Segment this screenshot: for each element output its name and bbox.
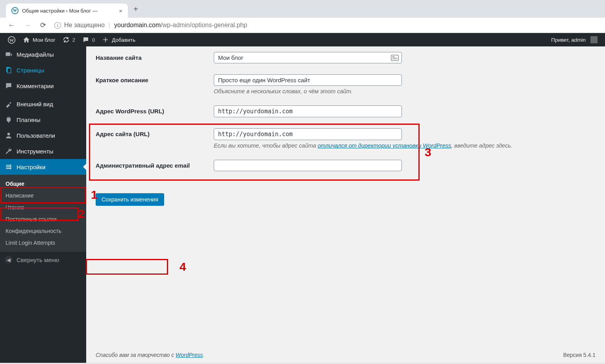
appearance-icon <box>5 100 13 108</box>
footer-thanks: Спасибо вам за творчество с <box>96 352 176 358</box>
row-site-title: Название сайта <box>96 46 596 69</box>
site-name-menu[interactable]: Мои блог <box>19 33 59 46</box>
sidebar-item-label: Комментарии <box>17 83 54 89</box>
tab-title: Общие настройки ‹ Мои блог — <box>22 8 115 14</box>
admin-footer: Спасибо вам за творчество с WordPress. В… <box>96 345 596 363</box>
svg-rect-10 <box>6 168 10 169</box>
settings-submenu: Общие Написание Чтение Постоянные ссылки… <box>0 175 86 252</box>
submenu-item-privacy[interactable]: Конфиденциальность <box>0 225 86 237</box>
svg-rect-9 <box>6 166 10 167</box>
footer-version: Версия 5.4.1 <box>563 352 596 358</box>
row-wp-url: Адрес WordPress (URL) <box>96 100 596 123</box>
svg-rect-8 <box>6 165 10 166</box>
settings-content: Название сайта Краткое описание Объяснит… <box>86 46 605 363</box>
media-icon <box>5 50 13 58</box>
sidebar-item-label: Настройки <box>17 164 46 170</box>
back-button[interactable]: ← <box>7 21 16 30</box>
sidebar-item-appearance[interactable]: Внешний вид <box>0 96 86 112</box>
submenu-item-limit-login[interactable]: Limit Login Attempts <box>0 237 86 249</box>
save-button[interactable]: Сохранить изменения <box>96 193 164 206</box>
new-tab-button[interactable]: + <box>133 5 138 14</box>
browser-chrome: W Общие настройки ‹ Мои блог — × + ← → ⟳… <box>0 0 605 33</box>
comments-icon <box>5 82 13 90</box>
reload-button[interactable]: ⟳ <box>39 21 47 30</box>
submenu-item-writing[interactable]: Написание <box>0 190 86 201</box>
site-url-input[interactable] <box>214 128 402 140</box>
update-icon <box>63 36 70 43</box>
footer-wordpress-link[interactable]: WordPress <box>176 352 203 358</box>
submenu-item-permalinks[interactable]: Постоянные ссылки <box>0 213 86 225</box>
security-label: Не защищено <box>64 22 105 29</box>
comments-menu[interactable]: 0 <box>79 33 98 46</box>
collapse-label: Свернуть меню <box>17 257 59 263</box>
new-content-menu[interactable]: Добавить <box>98 33 139 46</box>
sidebar-item-comments[interactable]: Комментарии <box>0 78 86 94</box>
svg-text:W: W <box>9 37 14 42</box>
sidebar-item-plugins[interactable]: Плагины <box>0 112 86 127</box>
address-bar[interactable]: i Не защищено | yourdomain.com/wp-admin/… <box>54 22 598 29</box>
greeting-label: Привет, admin <box>551 37 586 43</box>
sidebar-item-users[interactable]: Пользователи <box>0 127 86 143</box>
wp-admin-bar: W Мои блог 2 0 Добавить <box>0 33 605 46</box>
browser-toolbar: ← → ⟳ i Не защищено | yourdomain.com/wp-… <box>0 18 605 33</box>
settings-icon <box>5 163 13 171</box>
svg-rect-16 <box>392 58 397 58</box>
submenu-item-general[interactable]: Общие <box>0 178 86 190</box>
new-label: Добавить <box>112 37 135 43</box>
collapse-menu-button[interactable]: ◀ Свернуть меню <box>0 252 86 268</box>
site-url-description: Если вы хотите, чтобы адрес сайта отлича… <box>214 142 529 149</box>
sidebar-item-settings[interactable]: Настройки <box>0 159 86 175</box>
admin-email-label: Административный адрес email <box>96 160 214 169</box>
tagline-input[interactable] <box>214 74 402 86</box>
pages-icon <box>5 66 13 74</box>
site-url-label: Адрес сайта (URL) <box>96 128 214 137</box>
sidebar-item-tools[interactable]: Инструменты <box>0 143 86 159</box>
sidebar-item-label: Плагины <box>17 116 41 123</box>
tools-icon <box>5 147 13 155</box>
wp-url-input[interactable] <box>214 105 402 117</box>
home-icon <box>23 36 30 43</box>
users-icon <box>5 131 13 139</box>
submenu-item-reading[interactable]: Чтение <box>0 201 86 213</box>
plugins-icon <box>5 116 13 124</box>
svg-point-12 <box>10 166 11 167</box>
comments-count: 0 <box>92 37 95 43</box>
svg-rect-4 <box>6 52 11 56</box>
security-indicator[interactable]: i Не защищено <box>54 22 105 29</box>
autofill-icon <box>391 55 399 61</box>
plus-icon <box>102 36 109 43</box>
annotation-box-4 <box>86 259 168 275</box>
svg-text:W: W <box>13 8 17 13</box>
account-menu[interactable]: Привет, admin <box>548 33 601 46</box>
row-tagline: Краткое описание Объясните в нескольких … <box>96 69 596 100</box>
url-path: /wp-admin/options-general.php <box>161 22 247 28</box>
updates-menu[interactable]: 2 <box>59 33 79 46</box>
sidebar-item-pages[interactable]: Страницы <box>0 62 86 78</box>
sidebar-item-label: Внешний вид <box>17 101 53 107</box>
row-site-url: Адрес сайта (URL) Если вы хотите, чтобы … <box>96 123 596 154</box>
site-title-input[interactable] <box>214 52 402 63</box>
site-url-help-link[interactable]: отличался от директории установки WordPr… <box>318 142 451 149</box>
admin-email-input[interactable] <box>214 160 402 171</box>
wordpress-favicon: W <box>11 7 19 14</box>
forward-button[interactable]: → <box>23 21 31 30</box>
sidebar-item-label: Пользователи <box>17 132 55 139</box>
wordpress-icon: W <box>7 36 16 44</box>
annotation-number-4: 4 <box>179 260 186 273</box>
avatar <box>590 36 598 43</box>
admin-sidebar: Медиафайлы Страницы Комментарии Внешний … <box>0 46 86 363</box>
svg-rect-17 <box>392 59 397 59</box>
svg-point-13 <box>10 168 11 169</box>
row-admin-email: Административный адрес email <box>96 154 596 177</box>
close-tab-icon[interactable]: × <box>119 7 122 14</box>
collapse-icon: ◀ <box>5 256 13 264</box>
svg-rect-6 <box>7 68 11 73</box>
sidebar-item-label: Страницы <box>17 67 44 74</box>
browser-tab[interactable]: W Общие настройки ‹ Мои блог — × <box>6 4 128 18</box>
sidebar-item-label: Медиафайлы <box>17 51 54 58</box>
url-domain: yourdomain.com <box>114 22 161 28</box>
sidebar-item-label: Инструменты <box>17 148 54 155</box>
sidebar-item-media[interactable]: Медиафайлы <box>0 46 86 62</box>
wp-logo-menu[interactable]: W <box>4 33 19 46</box>
svg-point-7 <box>7 133 10 135</box>
